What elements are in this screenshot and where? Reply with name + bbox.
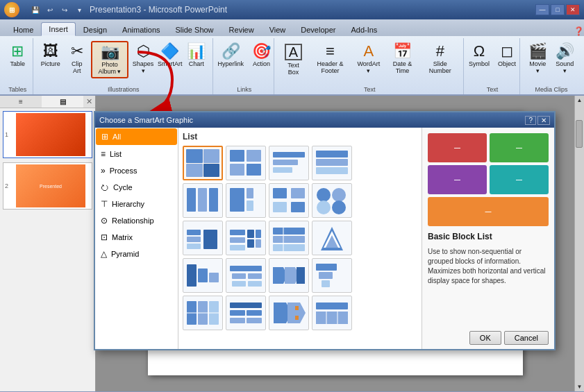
headerfooter-button[interactable]: ≡ Header & Footer [308, 41, 352, 77]
svg-rect-25 [187, 230, 201, 235]
grid-item-19[interactable] [269, 296, 309, 330]
svg-rect-37 [273, 236, 305, 243]
tab-review[interactable]: Review [222, 23, 262, 36]
tab-outline[interactable]: ≡ [0, 96, 42, 108]
datetime-button[interactable]: 📅 Date & Time [385, 41, 419, 77]
grid-item-14[interactable] [226, 258, 266, 293]
redo-button[interactable]: ↪ [58, 3, 71, 16]
object-button[interactable]: ◻ Object [494, 41, 519, 70]
ribbon-group-illustrations: 🖼 Picture ✂ Clip Art 📷 Photo Album ▾ ⬡ S… [35, 38, 213, 94]
chart-button[interactable]: 📊 Chart [184, 41, 209, 70]
text-label: Text [364, 86, 376, 94]
grid-item-10[interactable] [226, 221, 266, 255]
symbol-button[interactable]: Ω Symbol [465, 41, 493, 70]
tab-home[interactable]: Home [6, 23, 41, 36]
grid-item-3[interactable] [269, 146, 309, 180]
cancel-button[interactable]: Cancel [504, 331, 549, 345]
dialog-help-button[interactable]: ? [525, 116, 536, 125]
cat-relationship[interactable]: ⊙ Relationship [95, 212, 178, 229]
smartart-button[interactable]: 🔷 SmartArt [158, 41, 183, 70]
svg-rect-61 [230, 302, 262, 308]
save-button[interactable]: 💾 [29, 3, 42, 16]
grid-item-preview-1 [186, 149, 219, 177]
ok-button[interactable]: OK [469, 331, 501, 345]
preview-row-1: — — [428, 133, 549, 162]
scroll-down-arrow[interactable]: ▼ [576, 382, 584, 391]
grid-item-20[interactable] [312, 296, 352, 330]
grid-item-11[interactable] [269, 221, 309, 255]
tab-design[interactable]: Design [76, 23, 115, 36]
cat-cycle[interactable]: ⭮ Cycle [95, 179, 178, 196]
textbox-button[interactable]: A Text Box [280, 41, 306, 78]
symbol-icon: Ω [474, 44, 485, 59]
scrollbar-vertical[interactable]: ▲ ▼ [574, 96, 584, 391]
cat-hierarchy[interactable]: ⊤ Hierarchy [95, 196, 178, 212]
grid-item-13[interactable] [183, 258, 223, 293]
office-button[interactable]: ⊞ [4, 2, 19, 17]
cat-pyramid[interactable]: △ Pyramid [95, 246, 178, 262]
grid-item-9[interactable] [183, 221, 223, 255]
photoalbum-button[interactable]: 📷 Photo Album ▾ [91, 41, 128, 78]
grid-item-6[interactable] [226, 183, 266, 218]
help-button[interactable]: ❓ [574, 26, 584, 36]
slide-thumb-1[interactable]: 1 [3, 111, 92, 158]
cat-list[interactable]: ≡ List [95, 146, 178, 162]
sound-button[interactable]: 🔊 Sound ▾ [551, 41, 578, 77]
cat-process[interactable]: » Process [95, 162, 178, 179]
tab-slideshow[interactable]: Slide Show [168, 23, 222, 36]
svg-rect-30 [230, 237, 245, 243]
grid-item-2[interactable] [226, 146, 266, 180]
dialog-close-button[interactable]: ✕ [537, 116, 550, 125]
cat-matrix-icon: ⊡ [101, 232, 108, 242]
slide-thumb-2[interactable]: 2 Presented [3, 162, 92, 210]
svg-rect-45 [209, 273, 219, 282]
movie-button[interactable]: 🎬 Movie ▾ [525, 41, 550, 77]
preview-row-2: — — [428, 165, 549, 194]
slide-num-1: 1 [5, 131, 13, 138]
grid-item-preview-6 [229, 187, 262, 214]
tab-slides[interactable]: ▤ [42, 96, 83, 108]
grid-item-17[interactable] [183, 296, 223, 330]
tab-animations[interactable]: Animations [115, 23, 167, 36]
tab-view[interactable]: View [262, 23, 294, 36]
scroll-thumb[interactable] [576, 120, 583, 148]
cat-matrix[interactable]: ⊡ Matrix [95, 229, 178, 246]
wordart-button[interactable]: A WordArt ▾ [354, 41, 384, 77]
grid-item-1[interactable] [183, 146, 223, 180]
category-list: ⊞ All ≡ List » Process ⭮ Cycle ⊤ Hierarc… [95, 128, 178, 349]
action-button[interactable]: 🎯 Action [249, 41, 274, 70]
cat-relationship-label: Relationship [112, 216, 154, 225]
grid-item-5[interactable] [183, 183, 223, 218]
grid-item-preview-2 [229, 149, 262, 177]
tab-developer[interactable]: Developer [293, 23, 343, 36]
grid-item-12[interactable] [312, 221, 352, 255]
tab-insert[interactable]: Insert [41, 22, 76, 36]
scroll-track[interactable] [575, 105, 584, 382]
cat-all[interactable]: ⊞ All [96, 128, 177, 145]
table-button[interactable]: ⊞ Table [5, 41, 30, 70]
picture-button[interactable]: 🖼 Picture [38, 41, 63, 70]
clipart-button[interactable]: ✂ Clip Art [65, 41, 90, 77]
grid-item-4[interactable] [312, 146, 352, 180]
scroll-up-arrow[interactable]: ▲ [576, 96, 584, 105]
minimize-button[interactable]: — [535, 4, 549, 15]
grid-item-16[interactable] [312, 258, 352, 293]
customize-button[interactable]: ▾ [73, 3, 85, 16]
grid-item-preview-8 [315, 187, 349, 214]
slidenumber-button[interactable]: # Slide Number [422, 41, 459, 77]
tab-addins[interactable]: Add-Ins [343, 23, 385, 36]
svg-rect-69 [295, 316, 299, 320]
undo-button[interactable]: ↩ [44, 3, 56, 16]
panel-close-button[interactable]: ✕ [83, 96, 95, 108]
smartart-dialog: Choose a SmartArt Graphic ? ✕ ⊞ All ≡ Li… [94, 111, 556, 350]
hyperlink-button[interactable]: 🔗 Hyperlink [214, 41, 247, 70]
grid-item-7[interactable] [269, 183, 309, 218]
close-button[interactable]: ✕ [566, 4, 580, 15]
shapes-button[interactable]: ⬡ Shapes ▾ [130, 41, 156, 77]
maximize-button[interactable]: □ [551, 4, 565, 15]
grid-item-15[interactable] [269, 258, 309, 293]
grid-item-8[interactable] [312, 183, 352, 218]
grid-item-preview-4 [315, 149, 349, 177]
cat-pyramid-icon: △ [101, 249, 107, 259]
grid-item-18[interactable] [226, 296, 266, 330]
